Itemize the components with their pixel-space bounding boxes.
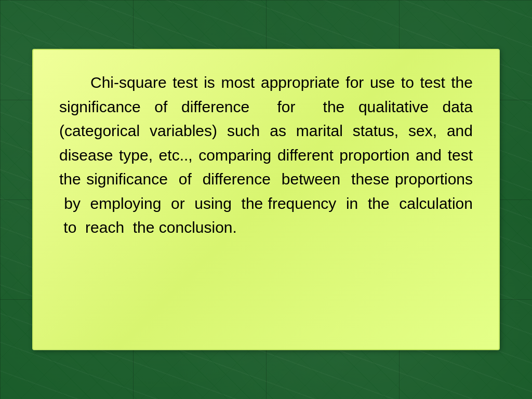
content-card: Chi-square test is most appropriate for … [32,49,500,350]
content-wrapper: Chi-square test is most appropriate for … [0,0,532,399]
main-text: Chi-square test is most appropriate for … [59,71,473,240]
